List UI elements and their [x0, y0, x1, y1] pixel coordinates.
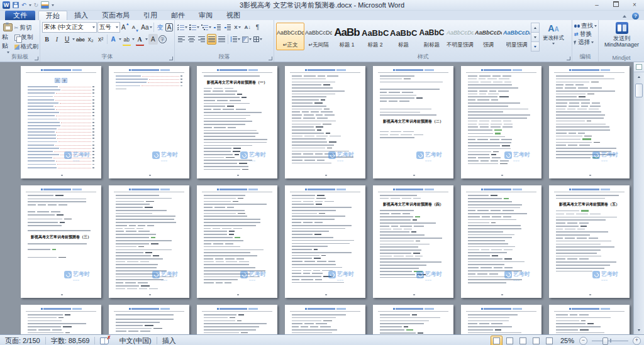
change-styles-button[interactable]: AA 更改样式 [540, 21, 567, 45]
style-item-4[interactable]: AaBbC标题 [389, 23, 418, 50]
paste-button[interactable]: 粘贴 [2, 21, 14, 53]
align-right-button[interactable] [197, 34, 206, 45]
format-painter-button[interactable]: 格式刷 [14, 43, 39, 51]
asian-layout-button[interactable]: X [233, 22, 242, 33]
view-outline-button[interactable] [530, 336, 542, 345]
insert-mode-indicator[interactable]: 插入 [157, 336, 181, 345]
multilevel-list-button[interactable] [201, 22, 212, 33]
view-web-layout-button[interactable] [517, 336, 529, 345]
document-page[interactable]: 艺考时www [197, 185, 277, 298]
customize-qat-caret[interactable] [52, 4, 54, 6]
language-indicator[interactable]: 中文(中国) [114, 336, 156, 345]
document-page[interactable]: 艺考时www [21, 305, 101, 334]
tab-file[interactable]: 文件 [5, 11, 35, 20]
scroll-down-arrow[interactable] [634, 326, 644, 334]
save-icon[interactable] [13, 2, 19, 8]
zoom-slider[interactable] [592, 341, 628, 341]
copy-button[interactable]: 复制 [14, 33, 39, 41]
collapse-ribbon-icon[interactable] [623, 15, 626, 18]
superscript-button[interactable]: x² [96, 34, 106, 45]
view-print-layout-button[interactable] [491, 336, 502, 345]
replace-button[interactable]: ⇄替换 [574, 30, 597, 38]
document-area[interactable]: 目录艺考时www艺考时www影视高考文艺常识考前预测卷（一）艺考时www艺考时w… [0, 62, 644, 334]
ruler-toggle-button[interactable] [634, 62, 644, 72]
change-case-button[interactable]: Aa [141, 22, 152, 33]
scroll-up-arrow[interactable] [634, 72, 644, 81]
text-effects-button[interactable]: A [109, 34, 118, 45]
decrease-indent-button[interactable] [213, 22, 222, 33]
mindmanager-icon[interactable] [616, 22, 628, 34]
page-indicator[interactable]: 页面: 2/150 [0, 336, 45, 345]
print-preview-icon[interactable] [41, 1, 49, 9]
view-draft-button[interactable] [543, 336, 555, 345]
clipboard-dialog-launcher[interactable] [35, 57, 38, 60]
document-page[interactable]: 影视高考文艺常识考前预测卷（四）艺考时www [373, 185, 453, 298]
document-page[interactable]: 艺考时www [285, 66, 365, 178]
document-page[interactable]: 艺考时www [461, 66, 541, 178]
tab-5[interactable]: 审阅 [192, 11, 219, 20]
document-page[interactable]: 艺考时www [549, 66, 630, 178]
tab-3[interactable]: 引用 [136, 11, 164, 20]
document-page[interactable]: 艺考时www [549, 305, 630, 334]
text-effects-caret[interactable] [119, 38, 121, 40]
style-item-2[interactable]: AaBb标题 1 [333, 23, 361, 50]
phonetic-guide-button[interactable]: 变 [155, 22, 165, 33]
find-button[interactable]: 查找 [574, 22, 597, 30]
close-button[interactable]: × [625, 1, 644, 9]
document-page[interactable]: 目录艺考时www [21, 66, 101, 178]
document-page[interactable]: 艺考时www [285, 185, 365, 298]
subscript-button[interactable]: x₂ [86, 34, 96, 45]
zoom-in-button[interactable]: + [633, 337, 641, 345]
justify-button[interactable] [207, 34, 216, 45]
zoom-out-button[interactable]: − [579, 337, 587, 345]
view-fullscreen-button[interactable] [504, 336, 516, 345]
highlight-caret[interactable] [132, 38, 135, 40]
zoom-level[interactable]: 25% [557, 337, 578, 344]
underline-button[interactable]: U [62, 34, 72, 45]
enclose-character-button[interactable]: 字 [158, 35, 167, 43]
numbering-button[interactable] [189, 22, 200, 33]
style-item-0[interactable]: AaBbCcDd↵正文 [276, 23, 304, 50]
document-page[interactable]: 影视高考文艺常识考前预测卷（三）艺考时www [21, 185, 101, 298]
document-page[interactable]: 艺考时www [461, 305, 541, 334]
restore-button[interactable] [606, 1, 625, 9]
style-item-8[interactable]: AaBbCcDa明显强调 [502, 23, 531, 50]
word-logo-icon[interactable]: W [3, 1, 10, 9]
document-page[interactable]: 影视高考文艺常识考前预测卷（二）艺考时www [373, 66, 453, 178]
grow-font-button[interactable]: A▲ [121, 22, 130, 33]
line-spacing-button[interactable] [230, 34, 241, 45]
vertical-scrollbar[interactable] [633, 62, 644, 334]
styles-scroll-up-button[interactable] [531, 23, 540, 33]
document-page[interactable]: 艺考时www [373, 305, 453, 334]
select-button[interactable]: 选择 [574, 38, 597, 47]
font-dialog-launcher[interactable] [169, 57, 173, 60]
underline-caret[interactable] [72, 38, 75, 40]
help-icon[interactable]: ? [632, 13, 639, 19]
align-center-button[interactable] [187, 34, 196, 45]
borders-button[interactable] [253, 34, 263, 45]
italic-button[interactable]: I [52, 34, 62, 45]
style-item-6[interactable]: AaBbCcDd不明显强调 [446, 23, 474, 50]
undo-icon[interactable]: ↶ [21, 2, 26, 8]
document-page[interactable]: 艺考时www [197, 305, 277, 334]
undo-dropdown-caret[interactable] [29, 4, 31, 6]
strikethrough-button[interactable]: abc [75, 34, 86, 45]
proofing-status-icon[interactable]: ✗ [100, 337, 109, 344]
style-item-1[interactable]: AaBbCcDd↵无间隔 [304, 23, 333, 50]
style-item-7[interactable]: AaBbCcDd强调 [474, 23, 502, 50]
distribute-button[interactable] [217, 34, 226, 45]
word-count[interactable]: 字数: 88,569 [46, 336, 95, 345]
show-marks-button[interactable]: ¶ [253, 22, 262, 33]
document-page[interactable]: 艺考时www [109, 66, 189, 178]
font-color-button[interactable]: A [135, 34, 145, 45]
shrink-font-button[interactable]: A▼ [131, 22, 140, 33]
tab-6[interactable]: 视图 [219, 11, 247, 20]
align-left-button[interactable] [177, 34, 186, 45]
character-border-button[interactable]: A [165, 23, 173, 31]
styles-scroll-down-button[interactable] [531, 32, 540, 42]
font-size-combo[interactable]: 五号 [97, 22, 120, 33]
shading-button[interactable] [242, 34, 252, 45]
sort-button[interactable]: A↓ [243, 22, 252, 33]
character-shading-button[interactable]: A [148, 34, 158, 45]
font-name-combo[interactable]: 宋体 (中文正文 [42, 22, 97, 33]
